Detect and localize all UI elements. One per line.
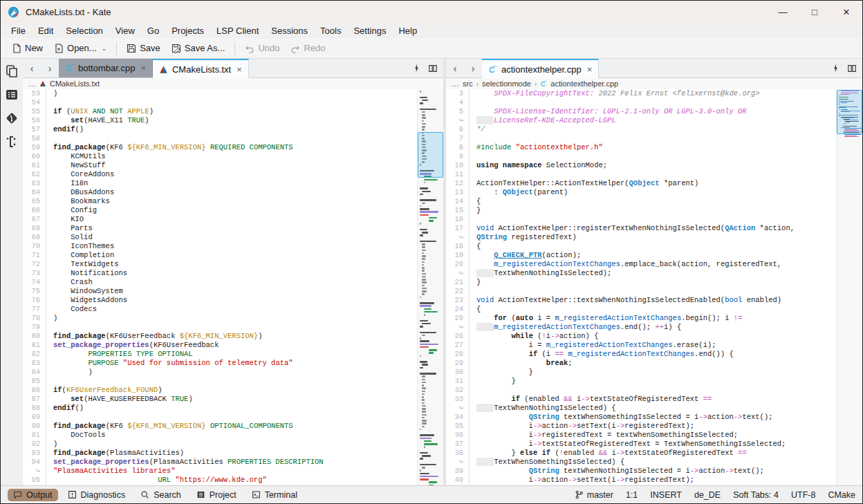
code-line: break; (476, 359, 833, 368)
status-bar: OutputDiagnosticsSearchProjectTerminal m… (1, 485, 862, 503)
tab-actiontexthelper-cpp[interactable]: actiontexthelper.cpp× (482, 59, 599, 78)
new-button[interactable]: New (6, 41, 48, 55)
breadcrumb-folder[interactable]: src (463, 80, 473, 88)
code-line: TextWhenNothingIsSelected); (476, 269, 833, 278)
menu-item-projects[interactable]: Projects (165, 24, 210, 37)
breadcrumb-file[interactable]: actiontexthelper.cpp (550, 80, 618, 88)
minimap-scrollbar[interactable] (417, 89, 443, 485)
line-number: 62 (23, 170, 40, 179)
terminal-icon (252, 490, 261, 499)
code-line: TextWhenNothingIsSelected) { (476, 404, 833, 413)
split-view-icon[interactable] (847, 64, 857, 73)
menu-item-file[interactable]: File (5, 24, 32, 37)
tab-width-status[interactable]: Soft Tabs: 4 (733, 490, 779, 500)
tool-view-button-project[interactable]: Project (191, 489, 242, 501)
code-line: endif() (53, 125, 414, 134)
filesystem-list-icon[interactable] (5, 88, 19, 102)
tool-view-button-diagnostics[interactable]: Diagnostics (62, 489, 131, 501)
minimap-viewport[interactable] (418, 132, 443, 178)
code-line: ) (53, 440, 414, 449)
minimap-scrollbar[interactable] (836, 89, 862, 485)
tab-cmakelists-txt[interactable]: CMakeLists.txt× (153, 59, 249, 78)
quick-open-icon[interactable] (831, 64, 840, 73)
dictionary-status[interactable]: de_DE (694, 490, 721, 500)
kate-app-icon (8, 6, 19, 18)
tab-close-icon[interactable]: × (140, 63, 146, 73)
redo-button[interactable]: Redo (285, 41, 331, 55)
code-line: m_registeredActionTextChanges.end(); ++i… (476, 323, 833, 332)
line-number: 31 (446, 377, 463, 386)
menu-item-settings[interactable]: Settings (347, 24, 392, 37)
line-number: 18 (446, 242, 463, 251)
code-line: { (476, 242, 833, 251)
code-area[interactable]: SPDX-FileCopyrightText: 2022 Felix Ernst… (476, 89, 833, 485)
tool-view-button-search[interactable]: Search (135, 489, 187, 501)
code-line: Completion (53, 251, 414, 260)
code-line: KIO (53, 215, 414, 224)
code-line: I18n (53, 179, 414, 188)
back-arrow-icon[interactable]: ‹ (23, 59, 41, 77)
line-number: 67 (23, 215, 40, 224)
redo-icon (290, 44, 300, 53)
editor-pane-right: ‹›actiontexthelper.cpp× …src›selectionmo… (446, 59, 862, 485)
breadcrumb-overflow[interactable]: … (28, 80, 36, 88)
open-button[interactable]: Open... ⌄ (48, 41, 112, 55)
code-line (53, 98, 414, 107)
minimize-button[interactable]: — (767, 1, 799, 23)
menu-item-lsp-client[interactable]: LSP Client (210, 24, 265, 37)
menu-item-view[interactable]: View (109, 24, 141, 37)
code-line: CoreAddons (53, 170, 414, 179)
forward-arrow-icon[interactable]: › (41, 59, 59, 77)
line-number: 65 (23, 197, 40, 206)
code-line: */ (476, 125, 833, 134)
breadcrumb-folder[interactable]: selectionmode (482, 80, 531, 88)
cursor-position-status[interactable]: 1:1 (626, 490, 638, 500)
line-number: 71 (23, 251, 40, 260)
split-view-icon[interactable] (428, 64, 438, 73)
breadcrumb-file[interactable]: CMakeLists.txt (50, 80, 100, 88)
close-button[interactable]: ✕ (830, 1, 862, 23)
tool-view-button-output[interactable]: Output (8, 489, 58, 501)
menu-item-tools[interactable]: Tools (314, 24, 347, 37)
menu-item-edit[interactable]: Edit (32, 24, 59, 37)
text-editor-cmakelists[interactable]: 5354555657585960616263646566676869707172… (23, 89, 443, 485)
maximize-button[interactable]: □ (799, 1, 830, 23)
syntax-mode-status[interactable]: CMake (828, 490, 855, 500)
lsp-symbols-icon[interactable] (5, 135, 19, 149)
open-dropdown-caret-icon[interactable]: ⌄ (102, 45, 107, 52)
text-editor-actiontexthelper[interactable]: 345↪67891011121314151617↪181920↪21222324… (446, 89, 862, 485)
menu-item-selection[interactable]: Selection (59, 24, 109, 37)
quick-open-icon[interactable] (412, 64, 421, 73)
git-branch-status[interactable]: master (575, 490, 613, 500)
back-arrow-icon[interactable]: ‹ (446, 59, 464, 77)
documents-icon[interactable] (5, 64, 19, 78)
line-number: 33 (446, 395, 463, 404)
line-number: 34 (446, 413, 463, 422)
code-area[interactable]: )if (UNIX AND NOT APPLE) set(HAVE_X11 TR… (53, 89, 414, 485)
breadcrumb-overflow[interactable]: … (452, 80, 459, 88)
encoding-status[interactable]: UTF-8 (791, 490, 815, 500)
input-mode-status[interactable]: INSERT (650, 490, 682, 500)
forward-arrow-icon[interactable]: › (464, 59, 482, 77)
save-button[interactable]: Save (121, 41, 166, 55)
tool-view-button-terminal[interactable]: Terminal (246, 489, 303, 501)
tool-view-label: Diagnostics (81, 490, 126, 500)
git-diamond-icon[interactable] (5, 111, 19, 125)
line-number: 69 (23, 233, 40, 242)
menu-item-sessions[interactable]: Sessions (265, 24, 314, 37)
menu-item-help[interactable]: Help (392, 24, 423, 37)
save-as-button[interactable]: Save As... (166, 41, 231, 55)
code-line: QString textWhenNothingIsSelected = i->a… (476, 467, 833, 476)
minimap-viewport[interactable] (837, 90, 862, 134)
tab-close-icon[interactable]: × (587, 64, 593, 75)
code-line (476, 287, 833, 296)
tab-bottombar-cpp[interactable]: bottombar.cpp× (59, 59, 153, 77)
title-bar: CMakeLists.txt - Kate — □ ✕ (1, 1, 862, 23)
tab-close-icon[interactable]: × (236, 64, 242, 75)
menu-item-go[interactable]: Go (141, 24, 165, 37)
undo-button[interactable]: Undo (239, 41, 285, 55)
line-number: 37 (446, 440, 463, 449)
line-number: 95 (23, 476, 40, 485)
line-number: 85 (23, 377, 40, 386)
tab-label: bottombar.cpp (78, 63, 135, 73)
